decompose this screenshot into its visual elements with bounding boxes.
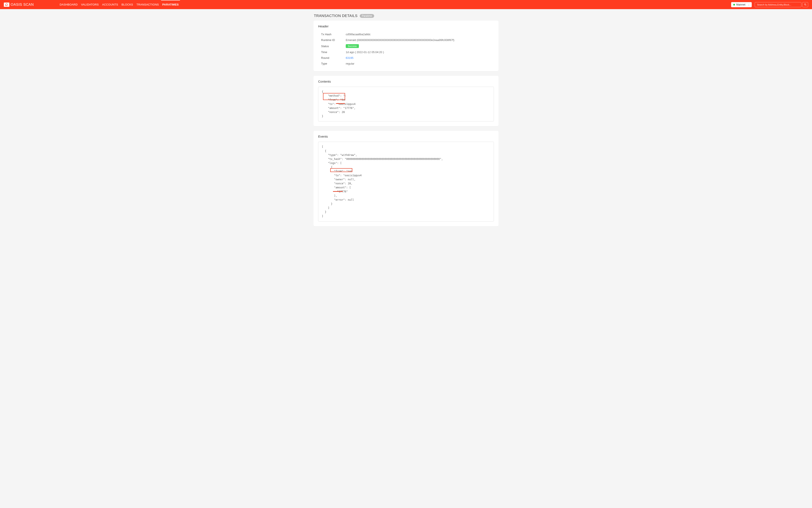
contents-code-frame: { "method": "consensus.Withdraw", "from"… xyxy=(318,87,494,122)
network-name: Mainnet xyxy=(736,3,745,6)
contents-card-title: Contents xyxy=(318,80,494,83)
top-header: OASIS SCAN DASHBOARD VALIDATORS ACCOUNTS… xyxy=(0,0,812,9)
row-runtime-id: Runtime ID Emerald (00000000000000000000… xyxy=(321,37,494,43)
nav-transactions[interactable]: TRANSACTIONS xyxy=(136,0,159,9)
runtime-id-label: Runtime ID xyxy=(321,38,346,42)
round-link[interactable]: 63195 xyxy=(346,56,353,59)
contents-code: { "method": "consensus.Withdraw", "from"… xyxy=(322,90,490,118)
nav-dashboard[interactable]: DASHBOARD xyxy=(59,0,78,9)
svg-line-2 xyxy=(806,5,806,5)
header-card: Header Tx Hash cd56facaa8ba2a8dc Runtime… xyxy=(314,20,498,71)
nav-paratimes[interactable]: PARATIMES xyxy=(162,0,179,9)
status-value-cell: Success xyxy=(346,44,494,48)
header-kv-table: Tx Hash cd56facaa8ba2a8dc Runtime ID Eme… xyxy=(318,32,494,67)
type-value: regular xyxy=(346,62,494,65)
search-icon xyxy=(804,3,807,6)
logo[interactable]: OASIS SCAN xyxy=(4,3,34,7)
header-card-title: Header xyxy=(318,25,494,28)
chevron-down-icon: ⌄ xyxy=(748,3,750,6)
svg-point-1 xyxy=(804,4,806,5)
runtime-id-value: Emerald (0000000000000000000000000000000… xyxy=(346,38,494,42)
events-card: Events [ { "type": "withdraw", "tx_hash"… xyxy=(314,131,498,226)
round-value-cell: 63195 xyxy=(346,56,494,59)
status-label: Status xyxy=(321,45,346,48)
row-round: Round 63195 xyxy=(321,55,494,61)
events-code: [ { "type": "withdraw", "tx_hash": "0000… xyxy=(322,145,490,218)
brand-text: OASIS SCAN xyxy=(11,3,34,7)
header-right: Mainnet ⌄ xyxy=(731,2,808,7)
row-time: Time 1d ago ( 2022-01-12 05:04:20 ) xyxy=(321,49,494,55)
network-select[interactable]: Mainnet ⌄ xyxy=(731,2,752,7)
tx-hash-value: cd56facaa8ba2a8dc xyxy=(346,33,494,36)
search-input[interactable] xyxy=(755,2,801,7)
status-dot-icon xyxy=(733,4,735,5)
tx-hash-label: Tx Hash xyxy=(321,33,346,36)
events-code-frame: [ { "type": "withdraw", "tx_hash": "0000… xyxy=(318,142,494,221)
search-button[interactable] xyxy=(802,2,808,7)
time-label: Time xyxy=(321,50,346,54)
search-wrap xyxy=(755,2,808,7)
round-label: Round xyxy=(321,56,346,59)
events-card-title: Events xyxy=(318,135,494,138)
row-status: Status Success xyxy=(321,43,494,49)
type-label: Type xyxy=(321,62,346,65)
page-content: TRANSACTION DETAILS Paratime Header Tx H… xyxy=(314,9,498,239)
nav-blocks[interactable]: BLOCKS xyxy=(121,0,134,9)
nav-accounts[interactable]: ACCOUNTS xyxy=(102,0,118,9)
row-type: Type regular xyxy=(321,61,494,67)
logo-icon xyxy=(4,3,9,7)
status-badge: Success xyxy=(346,44,359,48)
page-title-row: TRANSACTION DETAILS Paratime xyxy=(314,14,498,20)
page-title: TRANSACTION DETAILS xyxy=(314,14,357,18)
nav-validators[interactable]: VALIDATORS xyxy=(81,0,99,9)
contents-card: Contents { "method": "consensus.Withdraw… xyxy=(314,76,498,126)
time-value: 1d ago ( 2022-01-12 05:04:20 ) xyxy=(346,50,494,54)
row-tx-hash: Tx Hash cd56facaa8ba2a8dc xyxy=(321,32,494,37)
main-nav: DASHBOARD VALIDATORS ACCOUNTS BLOCKS TRA… xyxy=(59,0,179,9)
paratime-pill: Paratime xyxy=(360,14,374,18)
